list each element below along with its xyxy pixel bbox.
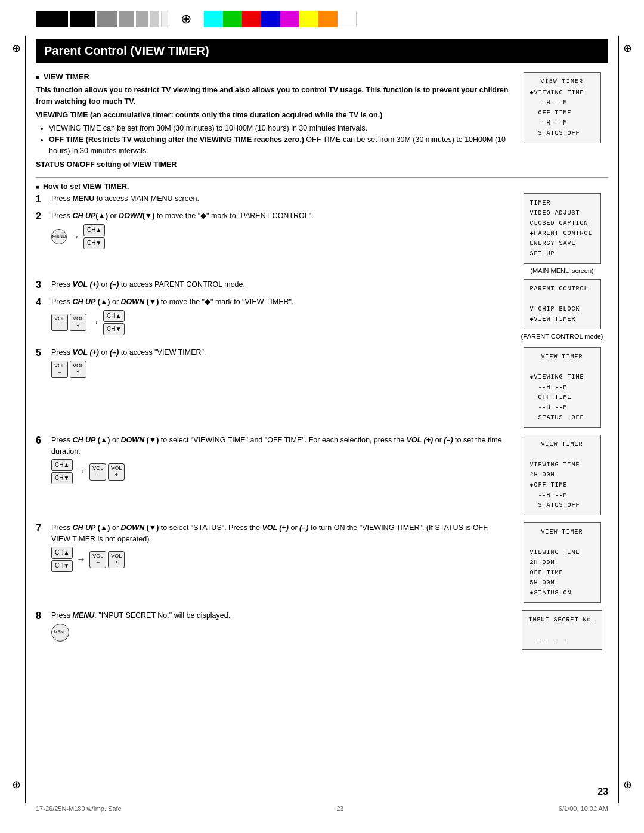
screen5-title: VIEW TIMER (530, 352, 595, 362)
reg-mark-br: ⊕ (623, 778, 632, 791)
view-timer-right: VIEW TIMER ◆VIEWING TIME --H --M OFF TIM… (516, 72, 608, 145)
screen7-line2: VIEWING TIME (530, 547, 595, 558)
screen-box-7: VIEW TIMER VIEWING TIME 2H 00M OFF TIME … (524, 522, 601, 603)
how-to-header: How to set VIEW TIMER. (36, 182, 608, 191)
step7-buttons: CH▲ CH▼ → VOL– VOL+ (51, 547, 509, 572)
step6-screen: VIEW TIMER VIEWING TIME 2H 00M ◆OFF TIME… (516, 435, 608, 518)
black-bar-6 (150, 11, 159, 27)
screen4-line1 (530, 294, 595, 304)
screen2-line3: ◆PARENT CONTROL (530, 228, 595, 239)
black-bar-2 (70, 11, 95, 27)
cha-group-s4: CH▲ CH▼ (103, 310, 125, 335)
screen8-line1 (528, 625, 595, 635)
screen8-title: INPUT SECRET No. (528, 615, 595, 625)
cha-group-s6: CH▲ CH▼ (51, 459, 73, 484)
main-content: Parent Control (VIEW TIMER) VIEW TIMER T… (0, 33, 644, 669)
vol-pair-s7: VOL– VOL+ (89, 551, 125, 568)
step-1: 1 Press MENU to access MAIN MENU screen. (36, 193, 509, 206)
screen1-line1: ◆VIEWING TIME (530, 88, 595, 98)
step4-content: Press CH UP (▲) or DOWN (▼) to move the … (51, 296, 509, 337)
screen5-line4: OFF TIME (530, 392, 595, 402)
vol-plus-s6: VOL+ (108, 463, 125, 481)
vol-plus-s5: VOL+ (70, 361, 86, 378)
screen-box-5: VIEW TIMER ◆VIEWING TIME --H --M OFF TIM… (524, 347, 601, 428)
cha-up-s4: CH▲ (103, 310, 125, 322)
vol-minus-s6: VOL– (89, 463, 106, 481)
step4-number: 4 (36, 296, 49, 309)
step7-content: Press CH UP (▲) or DOWN (▼) to select "S… (51, 522, 509, 575)
screen2-caption: (MAIN MENU screen) (530, 267, 593, 274)
cha-down-s2: CH▼ (83, 237, 105, 249)
menu-btn-s2: MENU (51, 229, 67, 244)
step4-buttons: VOL– VOL+ → CH▲ CH▼ (51, 310, 509, 335)
bullet-2: OFF TIME (Restricts TV watching after th… (49, 134, 509, 157)
step6-buttons: CH▲ CH▼ → VOL– VOL+ (51, 459, 509, 484)
vol-pair-s4: VOL– VOL+ (51, 314, 86, 331)
vol-pair-s6: VOL– VOL+ (89, 463, 125, 481)
cha-down-s7: CH▼ (51, 560, 73, 572)
step7-left: 7 Press CH UP (▲) or DOWN (▼) to select … (36, 522, 509, 580)
bullet-1: VIEWING TIME can be set from 30M (30 min… (49, 123, 509, 134)
status-text: STATUS ON/OFF setting of VIEW TIMER (36, 159, 509, 171)
arrow-s4: → (90, 315, 100, 330)
view-timer-left: VIEW TIMER This function allows you to r… (36, 72, 509, 172)
step8-container: 8 Press MENU. "INPUT SECRET No." will be… (36, 610, 608, 652)
screen4-line3: ◆VIEW TIMER (530, 314, 595, 324)
cha-group-s2: CH▲ CH▼ (83, 224, 105, 249)
step5-screen: VIEW TIMER ◆VIEWING TIME --H --M OFF TIM… (516, 347, 608, 430)
screen-box-8: INPUT SECRET No. - - - - (522, 610, 602, 650)
step1-content: Press MENU to access MAIN MENU screen. (51, 193, 509, 205)
vol-minus-s5: VOL– (51, 361, 68, 378)
screen2-line2: CLOSED CAPTION (530, 218, 595, 228)
swatch-cyan (204, 11, 223, 27)
screen7-line6: ◆STATUS:ON (530, 588, 595, 598)
how-to-label: How to set VIEW TIMER. (43, 182, 129, 191)
swatch-green (223, 11, 242, 27)
step-7: 7 Press CH UP (▲) or DOWN (▼) to select … (36, 522, 509, 575)
screen6-title: VIEW TIMER (530, 439, 595, 450)
border-line-left (25, 36, 26, 803)
step6-container: 6 Press CH UP (▲) or DOWN (▼) to select … (36, 435, 608, 518)
reg-mark-bl: ⊕ (12, 778, 21, 791)
swatch-blue (261, 11, 280, 27)
step2-number: 2 (36, 210, 49, 223)
screen-box-2: TIMER VIDEO ADJUST CLOSED CAPTION ◆PAREN… (524, 193, 601, 264)
cha-down-s4: CH▼ (103, 323, 125, 335)
step5-left: 5 Press VOL (+) or (–) to access "VIEW T… (36, 347, 509, 385)
border-line-right (618, 36, 619, 803)
screen1-line2: --H --M (530, 98, 595, 108)
step6-left: 6 Press CH UP (▲) or DOWN (▼) to select … (36, 435, 509, 492)
screen7-line4: OFF TIME (530, 568, 595, 578)
footer-left: 17-26/25N-M180 w/Imp. Safe (36, 805, 122, 812)
black-bar-7 (161, 11, 168, 27)
divider-1 (36, 177, 608, 178)
screen6-line3: 2H 00M (530, 470, 595, 480)
step-5: 5 Press VOL (+) or (–) to access "VIEW T… (36, 347, 509, 380)
vol-minus-s7: VOL– (89, 551, 106, 568)
page-title: Parent Control (VIEW TIMER) (36, 39, 608, 63)
intro-text: This function allows you to restrict TV … (36, 85, 509, 107)
step-8: 8 Press MENU. "INPUT SECRET No." will be… (36, 610, 509, 644)
page-number: 23 (597, 786, 608, 797)
screen5-line5: --H --M (530, 402, 595, 413)
step-2: 2 Press CH UP(▲) or DOWN(▼) to move the … (36, 210, 509, 252)
screen7-line1 (530, 537, 595, 547)
menu-btn-s8: MENU (51, 624, 69, 642)
step1-container: 1 Press MENU to access MAIN MENU screen.… (36, 193, 608, 274)
reg-mark-tr: ⊕ (623, 42, 632, 55)
cha-down-s6: CH▼ (51, 472, 73, 484)
viewing-time-header: VIEWING TIME (an accumulative timer: cou… (36, 110, 509, 121)
reg-mark-tl: ⊕ (12, 42, 21, 55)
footer-right: 6/1/00, 10:02 AM (559, 805, 608, 812)
screen4-title: PARENT CONTROL (530, 284, 595, 294)
black-bar-3 (97, 11, 117, 27)
view-timer-section: VIEW TIMER This function allows you to r… (36, 72, 608, 172)
color-swatches (204, 11, 357, 27)
step7-container: 7 Press CH UP (▲) or DOWN (▼) to select … (36, 522, 608, 605)
screen6-line5: --H --M (530, 490, 595, 500)
screen1-line3: OFF TIME (530, 108, 595, 118)
steps34-left: 3 Press VOL (+) or (–) to access PARENT … (36, 279, 509, 342)
screen6-line2: VIEWING TIME (530, 460, 595, 470)
vol-plus-s7: VOL+ (108, 551, 125, 568)
step-4: 4 Press CH UP (▲) or DOWN (▼) to move th… (36, 296, 509, 337)
